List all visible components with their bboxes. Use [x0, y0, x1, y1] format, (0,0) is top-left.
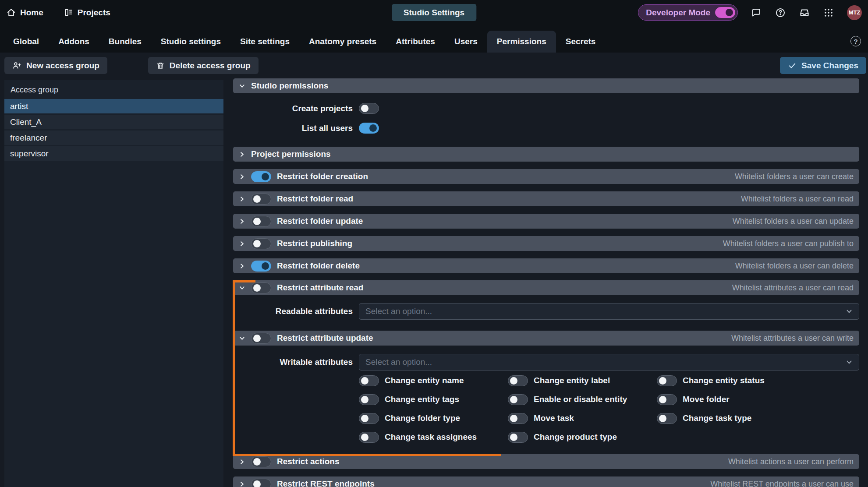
save-changes-button[interactable]: Save Changes	[780, 57, 866, 74]
tab-bundles[interactable]: Bundles	[99, 31, 151, 53]
section-title: Restrict attribute read	[277, 283, 363, 293]
tab-anatomy-presets[interactable]: Anatomy presets	[299, 31, 386, 53]
move-task-toggle[interactable]	[508, 413, 528, 424]
delete-access-group-button[interactable]: Delete access group	[148, 57, 259, 74]
restrict-attribute-read-toggle[interactable]	[251, 282, 271, 293]
chevron-right-icon	[239, 459, 245, 465]
tab-global[interactable]: Global	[4, 31, 49, 53]
list-all-users-row: List all users	[233, 123, 859, 134]
help-circle-icon	[775, 7, 786, 18]
writable-attributes-select[interactable]: Select an option...	[359, 354, 859, 371]
list-all-users-toggle[interactable]	[359, 123, 379, 134]
restrict-publishing-toggle[interactable]	[251, 238, 271, 249]
trash-icon	[156, 61, 165, 70]
toggle-label: Change folder type	[385, 413, 460, 423]
toggle-grid-row: Change task assignees Change product typ…	[359, 431, 859, 444]
section-restrict-publishing[interactable]: Restrict publishing Whitelist folders a …	[233, 236, 859, 251]
select-placeholder: Select an option...	[365, 357, 846, 367]
change-folder-type-toggle[interactable]	[359, 413, 379, 424]
access-group-item-supervisor[interactable]: supervisor	[4, 146, 223, 161]
toggle-label: Change entity name	[385, 376, 464, 385]
section-restrict-attribute-update[interactable]: Restrict attribute update Whitelist attr…	[233, 331, 859, 346]
inbox-button[interactable]	[799, 7, 810, 18]
change-task-assignees-toggle[interactable]	[359, 432, 379, 443]
toggle-cell: Change entity status	[657, 375, 806, 386]
change-task-type-toggle[interactable]	[657, 413, 677, 424]
create-projects-label: Create projects	[233, 104, 353, 113]
section-hint: Whitelist folders a user can update	[733, 217, 854, 226]
select-placeholder: Select an option...	[365, 307, 846, 316]
tab-help-icon[interactable]: ?	[850, 36, 861, 46]
tab-permissions[interactable]: Permissions	[487, 31, 556, 53]
toggle-grid-row: Change entity tags Enable or disable ent…	[359, 393, 859, 406]
save-changes-label: Save Changes	[801, 61, 858, 71]
toggle-label: Change entity label	[534, 376, 610, 385]
studio-settings-button[interactable]: Studio Settings	[392, 4, 476, 21]
readable-attributes-select[interactable]: Select an option...	[359, 303, 859, 320]
section-restrict-endpoints-partial[interactable]: Restrict REST endpoints Whitelist REST e…	[233, 476, 859, 487]
section-restrict-folder-delete[interactable]: Restrict folder delete Whitelist folders…	[233, 258, 859, 273]
section-restrict-attribute-read[interactable]: Restrict attribute read Whitelist attrib…	[233, 280, 859, 295]
move-folder-toggle[interactable]	[657, 394, 677, 405]
section-hint: Whitelist folders a user can read	[741, 194, 854, 204]
restrict-endpoints-toggle[interactable]	[251, 479, 271, 487]
help-button[interactable]	[775, 7, 786, 18]
new-access-group-label: New access group	[26, 61, 99, 71]
tab-secrets[interactable]: Secrets	[556, 31, 606, 53]
feedback-button[interactable]	[751, 7, 762, 18]
restrict-folder-delete-toggle[interactable]	[251, 261, 271, 272]
access-group-item-client-a[interactable]: Client_A	[4, 115, 223, 129]
restrict-folder-update-toggle[interactable]	[251, 216, 271, 227]
section-restrict-folder-read[interactable]: Restrict folder read Whitelist folders a…	[233, 191, 859, 206]
apps-menu-button[interactable]	[823, 7, 834, 18]
developer-mode-toggle[interactable]	[715, 7, 735, 18]
developer-mode-label: Developer Mode	[646, 8, 710, 18]
create-projects-toggle[interactable]	[359, 103, 379, 114]
user-avatar[interactable]: MTZ	[847, 5, 862, 20]
section-project-permissions[interactable]: Project permissions	[233, 147, 859, 162]
toggle-cell: Move folder	[657, 394, 806, 405]
tab-attributes[interactable]: Attributes	[386, 31, 445, 53]
chevron-right-icon	[239, 218, 245, 225]
section-studio-permissions[interactable]: Studio permissions	[233, 78, 859, 93]
toggle-cell: Change entity name	[359, 375, 508, 386]
restrict-folder-creation-toggle[interactable]	[251, 171, 271, 182]
section-title: Project permissions	[251, 149, 331, 159]
chevron-right-icon	[239, 240, 245, 247]
developer-mode-pill[interactable]: Developer Mode	[638, 4, 738, 21]
chat-bubble-icon	[751, 7, 762, 18]
toggle-label: Move folder	[683, 395, 730, 404]
chevron-right-icon	[239, 481, 245, 487]
new-access-group-button[interactable]: New access group	[4, 57, 107, 74]
toggle-cell: Change entity tags	[359, 394, 508, 405]
tab-users[interactable]: Users	[445, 31, 487, 53]
restrict-actions-toggle[interactable]	[251, 456, 271, 467]
chevron-right-icon	[239, 173, 245, 180]
change-entity-name-toggle[interactable]	[359, 375, 379, 386]
restrict-folder-read-toggle[interactable]	[251, 194, 271, 205]
tab-addons[interactable]: Addons	[49, 31, 99, 53]
change-entity-status-toggle[interactable]	[657, 375, 677, 386]
restrict-attribute-update-toggle[interactable]	[251, 333, 271, 344]
toggle-cell: Change task type	[657, 413, 806, 424]
section-restrict-actions[interactable]: Restrict actions Whitelist actions a use…	[233, 454, 859, 469]
nav-projects-label: Projects	[78, 8, 110, 18]
access-group-item-artist[interactable]: artist	[4, 99, 223, 113]
toggle-grid-row: Change folder type Move task Change task…	[359, 412, 859, 425]
toggle-label: Change task assignees	[385, 432, 477, 442]
writable-attributes-row: Writable attributes Select an option...	[233, 354, 859, 371]
change-product-type-toggle[interactable]	[508, 432, 528, 443]
section-restrict-folder-creation[interactable]: Restrict folder creation Whitelist folde…	[233, 169, 859, 184]
toggle-cell: Change task assignees	[359, 432, 508, 443]
main-area: Access group artist Client_A freelancer …	[0, 78, 868, 487]
nav-projects[interactable]: Projects	[64, 7, 110, 18]
change-entity-tags-toggle[interactable]	[359, 394, 379, 405]
section-restrict-folder-update[interactable]: Restrict folder update Whitelist folders…	[233, 214, 859, 229]
nav-home[interactable]: Home	[6, 7, 43, 18]
access-group-item-freelancer[interactable]: freelancer	[4, 131, 223, 145]
tab-site-settings[interactable]: Site settings	[230, 31, 299, 53]
create-projects-row: Create projects	[233, 103, 859, 114]
enable-or-disable-entity-toggle[interactable]	[508, 394, 528, 405]
tab-studio-settings[interactable]: Studio settings	[151, 31, 230, 53]
change-entity-label-toggle[interactable]	[508, 375, 528, 386]
